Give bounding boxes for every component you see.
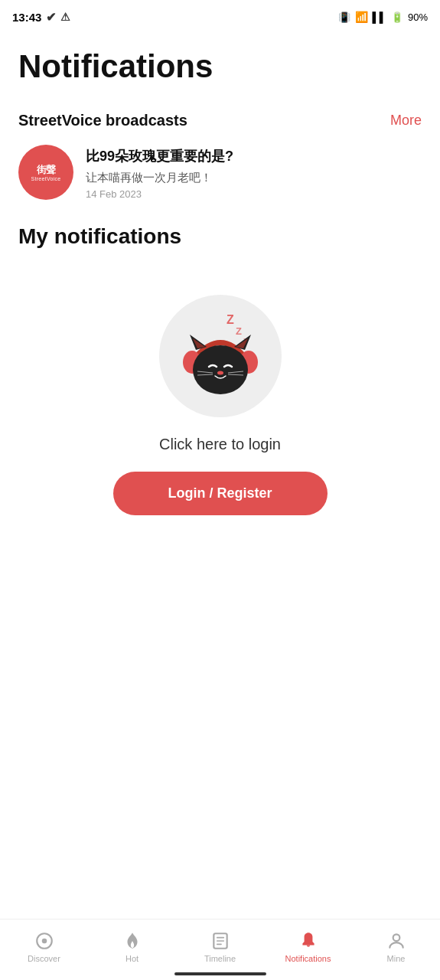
nav-label-timeline: Timeline (204, 954, 236, 963)
nav-item-timeline[interactable]: Timeline (176, 931, 264, 963)
timeline-icon (210, 931, 230, 951)
broadcast-date: 14 Feb 2023 (86, 188, 422, 200)
time-display: 13:43 (12, 11, 41, 24)
notifications-icon (298, 931, 318, 951)
signal-icon: ▌▌ (373, 11, 386, 23)
battery-icon: 🔋 (391, 11, 403, 23)
home-indicator (174, 972, 266, 975)
svg-point-5 (193, 345, 248, 394)
streetvoice-avatar: 街聲 StreetVoice (18, 145, 73, 200)
svg-text:Z: Z (236, 325, 242, 337)
warning-icon: ⚠ (60, 11, 70, 23)
nav-label-mine: Mine (387, 954, 406, 963)
more-link[interactable]: More (390, 113, 422, 129)
nav-item-mine[interactable]: Mine (352, 931, 440, 963)
mine-icon (386, 931, 406, 951)
battery-level: 90% (408, 11, 428, 23)
nav-label-hot: Hot (125, 954, 139, 963)
wifi-icon: 📶 (355, 11, 368, 23)
broadcast-subtitle: 让本喵再做一次月老吧！ (86, 171, 422, 185)
svg-point-10 (217, 371, 223, 375)
svg-point-21 (393, 934, 399, 941)
status-right: 📳 📶 ▌▌ 🔋 90% (338, 11, 428, 23)
status-left: 13:43 ✔ ⚠ (12, 10, 70, 24)
broadcasts-section-header: StreetVoice broadcasts More (18, 112, 422, 129)
nav-item-hot[interactable]: Hot (88, 931, 176, 963)
discover-icon (34, 931, 54, 951)
broadcast-title: 比99朵玫瑰更重要的是? (86, 148, 422, 165)
my-notifications-title: My notifications (18, 224, 422, 249)
broadcast-content: 比99朵玫瑰更重要的是? 让本喵再做一次月老吧！ 14 Feb 2023 (86, 145, 422, 199)
page-title: Notifications (18, 49, 422, 84)
broadcast-item[interactable]: 街聲 StreetVoice 比99朵玫瑰更重要的是? 让本喵再做一次月老吧！ … (18, 145, 422, 200)
status-bar: 13:43 ✔ ⚠ 📳 📶 ▌▌ 🔋 90% (0, 0, 440, 34)
bottom-nav: Discover Hot Timeline Notifications Mine (0, 919, 440, 980)
avatar-logo-text: 街聲 (37, 163, 56, 177)
nav-item-discover[interactable]: Discover (0, 931, 88, 963)
sleeping-cat-svg: Z Z z (167, 302, 274, 410)
vibrate-icon: 📳 (338, 11, 350, 23)
hot-icon (122, 931, 142, 951)
check-icon: ✔ (46, 10, 56, 24)
avatar-logo-sub: StreetVoice (31, 176, 60, 181)
broadcasts-section-title: StreetVoice broadcasts (18, 112, 187, 129)
login-prompt-container: Z Z z (18, 279, 422, 531)
nav-label-discover: Discover (28, 954, 60, 963)
nav-item-notifications[interactable]: Notifications (264, 931, 352, 963)
login-register-button[interactable]: Login / Register (113, 472, 328, 515)
main-content: Notifications StreetVoice broadcasts Mor… (0, 34, 440, 607)
login-prompt-text: Click here to login (159, 436, 281, 453)
svg-point-16 (41, 938, 47, 943)
cat-illustration: Z Z z (159, 295, 282, 417)
nav-label-notifications: Notifications (285, 954, 331, 963)
svg-text:Z: Z (227, 313, 234, 326)
